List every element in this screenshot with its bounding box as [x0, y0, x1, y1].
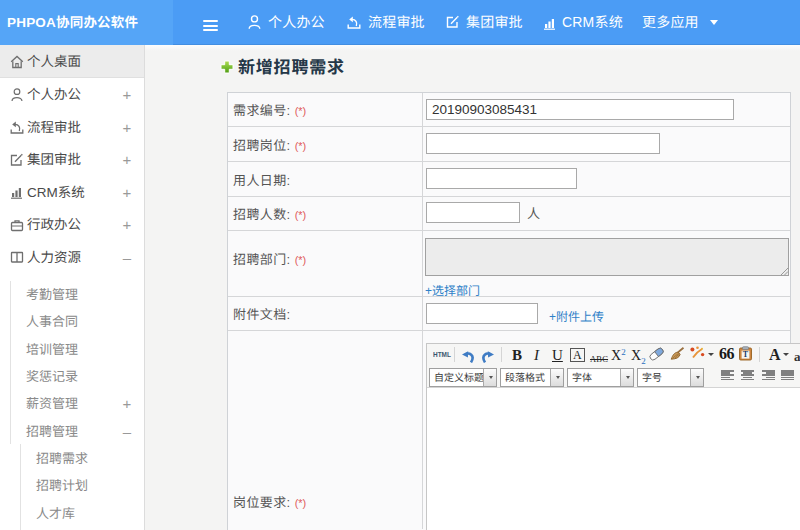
svg-text:T: T	[743, 350, 749, 359]
